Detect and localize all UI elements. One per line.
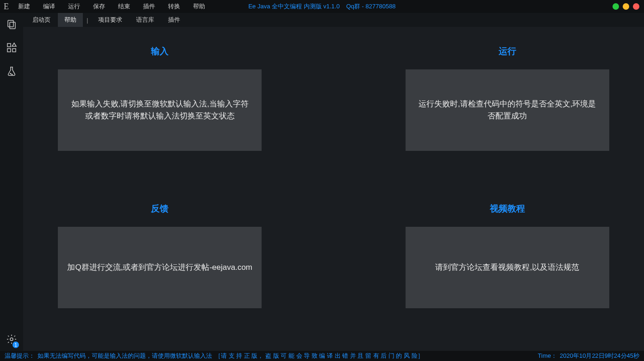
card-input: 输入 如果输入失败,请切换至微软默认输入法,当输入字符或者数字时请将默认输入法切… [58, 45, 262, 175]
menu-item-run[interactable]: 运行 [68, 2, 80, 11]
menu-item-new[interactable]: 新建 [18, 2, 30, 11]
status-left: 温馨提示： 如果无法编写代码，可能是输入法的问题，请使用微软默认输入法 ［请 支… [5, 352, 424, 360]
flask-icon[interactable] [6, 66, 17, 78]
window-controls [613, 3, 639, 10]
svg-point-7 [12, 74, 13, 75]
card-input-title: 输入 [58, 45, 262, 57]
status-time-label: Time： [538, 352, 557, 360]
svg-rect-1 [10, 22, 15, 29]
close-button[interactable] [633, 3, 639, 10]
svg-point-6 [10, 73, 11, 74]
card-run: 运行 运行失败时,请检查代码中的符号是否全英文,环境是否配置成功 [406, 45, 609, 175]
card-video: 视频教程 请到官方论坛查看视频教程,以及语法规范 [406, 203, 609, 332]
link-requirements[interactable]: 项目要求 [92, 13, 129, 27]
card-video-body: 请到官方论坛查看视频教程,以及语法规范 [406, 227, 609, 308]
status-hint-label: 温馨提示： [5, 352, 35, 360]
minimize-button[interactable] [613, 3, 619, 10]
content-grid: 输入 如果输入失败,请切换至微软默认输入法,当输入字符或者数字时请将默认输入法切… [23, 27, 644, 351]
menu-item-compile[interactable]: 编译 [43, 2, 55, 11]
app-logo: E [4, 2, 9, 12]
status-bracket: ［请 支 持 正 版， 盗 版 可 能 会 导 致 编 译 出 错 并 且 留 … [215, 352, 424, 360]
settings-icon[interactable]: 1 [6, 334, 17, 346]
statusbar: 温馨提示： 如果无法编写代码，可能是输入法的问题，请使用微软默认输入法 ［请 支… [0, 351, 644, 361]
card-video-title: 视频教程 [406, 203, 609, 215]
settings-badge: 1 [13, 342, 19, 348]
menu-item-convert[interactable]: 转换 [168, 2, 180, 11]
svg-point-8 [10, 338, 13, 341]
svg-rect-2 [7, 44, 11, 47]
menu-item-help[interactable]: 帮助 [193, 2, 205, 11]
tab-start[interactable]: 启动页 [26, 13, 57, 27]
menu-item-plugin[interactable]: 插件 [143, 2, 155, 11]
titlebar: E 新建 编译 运行 保存 结束 插件 转换 帮助 Ee Java 全中文编程 … [0, 0, 644, 13]
copy-icon[interactable] [6, 19, 17, 31]
svg-rect-3 [7, 49, 11, 52]
menu-item-end[interactable]: 结束 [118, 2, 130, 11]
titlebar-center: Ee Java 全中文编程 内测版 v1.1.0 Qq群 - 827780588 [248, 2, 395, 11]
maximize-button[interactable] [623, 3, 629, 10]
menu-item-save[interactable]: 保存 [93, 2, 105, 11]
tabs-row: 启动页 帮助 | 项目要求 语言库 插件 [23, 13, 644, 27]
card-input-body: 如果输入失败,请切换至微软默认输入法,当输入字符或者数字时请将默认输入法切换至英… [58, 69, 262, 151]
tab-divider: | [84, 17, 91, 24]
sidebar: 1 [0, 13, 23, 351]
card-feedback-title: 反馈 [58, 203, 262, 215]
svg-rect-4 [13, 49, 16, 52]
card-feedback: 反馈 加Q群进行交流,或者到官方论坛进行发帖-eejava.com [58, 203, 262, 332]
qq-group-label: Qq群 - 827780588 [346, 2, 396, 11]
svg-marker-5 [12, 43, 16, 46]
status-hint-body: 如果无法编写代码，可能是输入法的问题，请使用微软默认输入法 [38, 352, 212, 360]
card-run-title: 运行 [406, 45, 609, 57]
status-time-value: 2020年10月22日9时24分45秒 [560, 352, 639, 360]
app-title: Ee Java 全中文编程 内测版 v1.1.0 [248, 2, 339, 11]
card-feedback-body: 加Q群进行交流,或者到官方论坛进行发帖-eejava.com [58, 227, 262, 308]
link-language-lib[interactable]: 语言库 [130, 13, 161, 27]
svg-rect-0 [8, 20, 13, 27]
main-menu: 新建 编译 运行 保存 结束 插件 转换 帮助 [18, 2, 205, 11]
status-right: Time： 2020年10月22日9时24分45秒 [538, 352, 639, 360]
tab-help[interactable]: 帮助 [58, 13, 83, 27]
card-run-body: 运行失败时,请检查代码中的符号是否全英文,环境是否配置成功 [406, 69, 609, 151]
link-plugins[interactable]: 插件 [162, 13, 187, 27]
grid-shapes-icon[interactable] [6, 42, 17, 55]
